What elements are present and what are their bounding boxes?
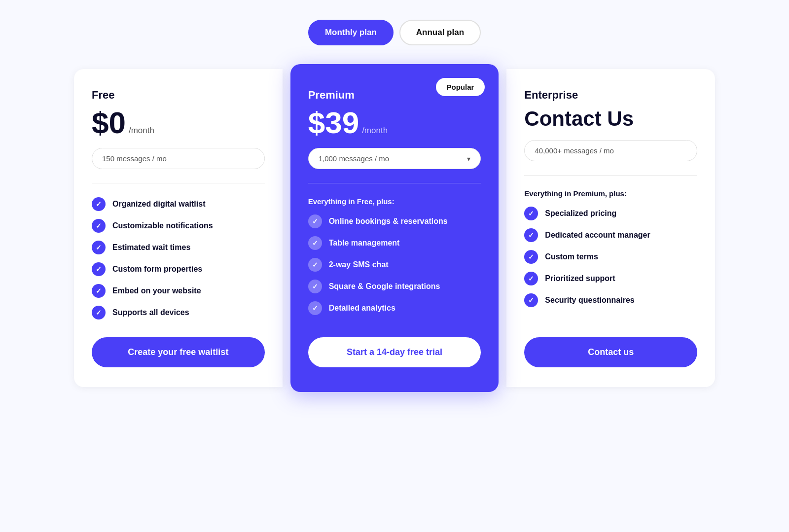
enterprise-divider [524,175,697,176]
enterprise-plan-card: Enterprise Contact Us 40,000+ messages /… [506,69,715,387]
feature-text: Supports all devices [112,308,189,317]
list-item: ✓ Supports all devices [92,306,265,319]
check-icon: ✓ [524,272,538,285]
free-cta-button[interactable]: Create your free waitlist [92,337,265,367]
list-item: ✓ Square & Google integrations [308,280,481,293]
premium-divider [308,183,481,183]
enterprise-plan-name: Enterprise [524,89,697,102]
premium-messages-label: 1,000 messages / mo [319,154,389,163]
premium-messages-selector[interactable]: 1,000 messages / mo ▾ [308,148,481,169]
feature-text: Table management [329,239,400,248]
feature-text: Embed on your website [112,286,201,295]
check-icon: ✓ [524,293,538,307]
popular-badge: Popular [436,78,485,96]
feature-text: Estimated wait times [112,243,190,252]
check-icon: ✓ [308,301,322,315]
premium-plan-card: Popular Premium $39 /month 1,000 message… [290,64,499,392]
free-messages-selector: 150 messages / mo [92,148,265,169]
feature-text: Detailed analytics [329,304,395,313]
list-item: ✓ 2-way SMS chat [308,258,481,272]
check-icon: ✓ [308,280,322,293]
check-icon: ✓ [524,250,538,264]
premium-feature-list: ✓ Online bookings & reservations ✓ Table… [308,214,481,319]
free-messages-label: 150 messages / mo [102,154,167,163]
chevron-down-icon: ▾ [467,155,470,163]
premium-price-row: $39 /month [308,107,481,138]
enterprise-feature-list: ✓ Specialized pricing ✓ Dedicated accoun… [524,207,697,319]
feature-text: Organized digital waitlist [112,200,205,209]
check-icon: ✓ [524,207,538,220]
list-item: ✓ Dedicated account manager [524,228,697,242]
list-item: ✓ Security questionnaires [524,293,697,307]
enterprise-messages-label: 40,000+ messages / mo [535,146,614,155]
list-item: ✓ Detailed analytics [308,301,481,315]
check-icon: ✓ [308,214,322,228]
feature-text: Prioritized support [545,274,615,283]
list-item: ✓ Table management [308,236,481,250]
check-icon: ✓ [308,258,322,272]
feature-text: Dedicated account manager [545,231,650,240]
monthly-plan-button[interactable]: Monthly plan [308,20,394,45]
free-plan-name: Free [92,89,265,102]
feature-text: Security questionnaires [545,296,634,305]
check-icon: ✓ [92,241,106,254]
free-plan-card: Free $0 /month 150 messages / mo ✓ Organ… [74,69,283,387]
feature-text: Specialized pricing [545,209,616,218]
check-icon: ✓ [92,306,106,319]
enterprise-price: Contact Us [524,107,697,130]
check-icon: ✓ [308,236,322,250]
list-item: ✓ Prioritized support [524,272,697,285]
check-icon: ✓ [92,197,106,211]
list-item: ✓ Organized digital waitlist [92,197,265,211]
check-icon: ✓ [92,219,106,233]
free-price: $0 [92,107,126,138]
premium-cta-button[interactable]: Start a 14-day free trial [308,337,481,367]
free-feature-list: ✓ Organized digital waitlist ✓ Customiza… [92,197,265,319]
feature-text: Custom form properties [112,265,202,274]
enterprise-cta-button[interactable]: Contact us [524,337,697,367]
plan-toggle: Monthly plan Annual plan [308,20,481,45]
feature-text: Online bookings & reservations [329,217,448,226]
premium-features-label: Everything in Free, plus: [308,197,481,206]
enterprise-features-label: Everything in Premium, plus: [524,189,697,198]
feature-text: 2-way SMS chat [329,260,389,269]
free-price-period: /month [129,126,154,136]
pricing-cards: Free $0 /month 150 messages / mo ✓ Organ… [74,69,715,387]
premium-price-period: /month [362,126,388,136]
list-item: ✓ Embed on your website [92,284,265,298]
enterprise-messages-selector: 40,000+ messages / mo [524,140,697,161]
annual-plan-button[interactable]: Annual plan [399,20,481,45]
premium-price: $39 [308,107,359,138]
list-item: ✓ Customizable notifications [92,219,265,233]
list-item: ✓ Specialized pricing [524,207,697,220]
feature-text: Square & Google integrations [329,282,440,291]
free-divider [92,183,265,183]
feature-text: Custom terms [545,252,598,261]
list-item: ✓ Custom terms [524,250,697,264]
free-price-row: $0 /month [92,107,265,138]
list-item: ✓ Online bookings & reservations [308,214,481,228]
feature-text: Customizable notifications [112,221,213,230]
check-icon: ✓ [92,262,106,276]
list-item: ✓ Estimated wait times [92,241,265,254]
check-icon: ✓ [92,284,106,298]
check-icon: ✓ [524,228,538,242]
list-item: ✓ Custom form properties [92,262,265,276]
